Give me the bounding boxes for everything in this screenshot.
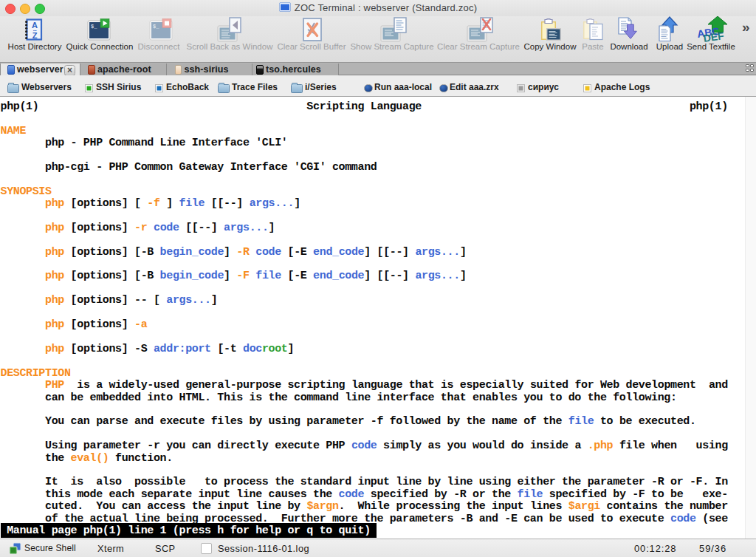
svg-text:$_: $_ [153, 24, 159, 30]
svg-text:DEF: DEF [703, 30, 725, 43]
svg-text:$_: $_ [91, 24, 97, 30]
svg-text:Z: Z [32, 31, 38, 40]
